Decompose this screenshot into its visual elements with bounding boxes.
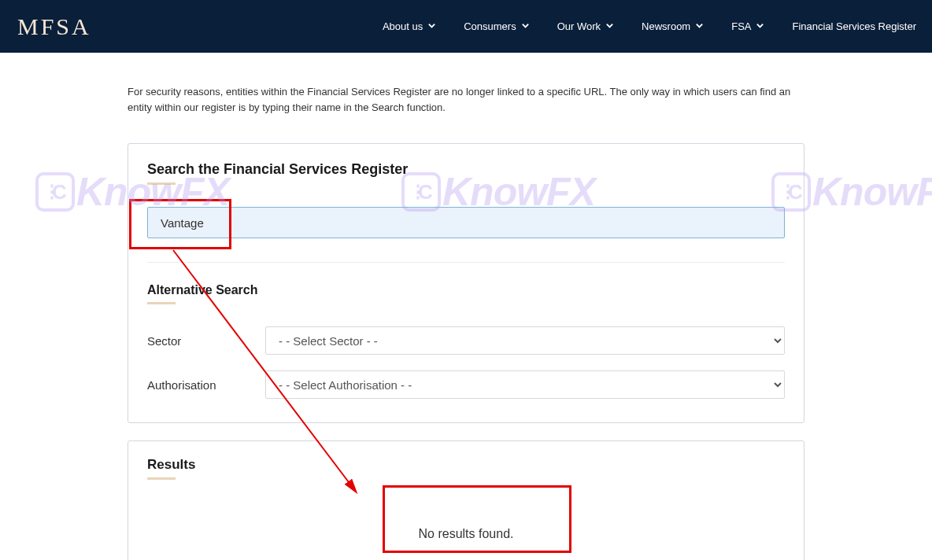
authorisation-row: Authorisation - - Select Authorisation -… [147, 370, 785, 399]
section-divider [147, 262, 785, 263]
nav-label: About us [383, 20, 423, 32]
logo-section: MFSA [0, 0, 142, 53]
nav-label: Consumers [464, 20, 516, 32]
search-card: Search the Financial Services Register A… [128, 143, 804, 423]
security-notice: For security reasons, entities within th… [128, 84, 804, 115]
title-underline [147, 182, 176, 185]
chevron-down-icon [756, 21, 764, 31]
no-results-message: No results found. [147, 527, 785, 541]
nav-label: FSA [731, 20, 751, 32]
logo-text: MFSA [17, 13, 91, 40]
nav-newsroom[interactable]: Newsroom [642, 20, 704, 32]
sector-select[interactable]: - - Select Sector - - [265, 326, 785, 355]
main-nav: About us Consumers Our Work Newsroom FSA… [383, 20, 916, 32]
authorisation-select[interactable]: - - Select Authorisation - - [265, 370, 785, 399]
title-underline [147, 302, 176, 304]
alternative-search-title: Alternative Search [147, 283, 785, 297]
chevron-down-icon [695, 21, 704, 31]
results-card: Results No results found. [128, 440, 804, 560]
nav-our-work[interactable]: Our Work [557, 20, 614, 32]
chevron-down-icon [521, 21, 530, 31]
sector-label: Sector [147, 334, 265, 348]
chevron-down-icon [605, 21, 614, 31]
results-title: Results [147, 457, 785, 473]
main-header: MFSA About us Consumers Our Work Newsroo… [0, 0, 932, 53]
search-title: Search the Financial Services Register [147, 161, 785, 178]
nav-financial-services-register[interactable]: Financial Services Register [792, 20, 916, 32]
nav-about-us[interactable]: About us [383, 20, 436, 32]
nav-fsa[interactable]: FSA [731, 20, 764, 32]
nav-label: Our Work [557, 20, 601, 32]
sector-row: Sector - - Select Sector - - [147, 326, 785, 355]
nav-label: Newsroom [642, 20, 690, 32]
chevron-down-icon [427, 21, 436, 31]
main-content: For security reasons, entities within th… [0, 84, 932, 560]
nav-consumers[interactable]: Consumers [464, 20, 529, 32]
authorisation-label: Authorisation [147, 378, 265, 392]
search-input[interactable] [147, 207, 785, 238]
title-underline [147, 477, 176, 480]
nav-label: Financial Services Register [792, 20, 916, 32]
